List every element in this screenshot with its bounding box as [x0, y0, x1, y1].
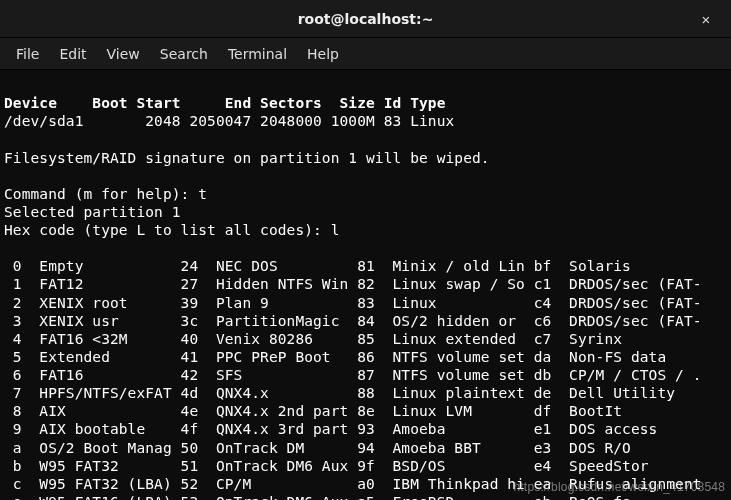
type-row: 5 Extended 41 PPC PReP Boot 86 NTFS volu… — [4, 349, 666, 365]
wipe-message: Filesystem/RAID signature on partition 1… — [4, 150, 490, 166]
type-row: 9 AIX bootable 4f QNX4.x 3rd part 93 Amo… — [4, 421, 657, 437]
titlebar: root@localhost:~ × — [0, 0, 731, 38]
menu-terminal[interactable]: Terminal — [218, 42, 297, 66]
partition-row-sda1: /dev/sda1 2048 2050047 2048000 1000M 83 … — [4, 113, 454, 129]
type-row: 1 FAT12 27 Hidden NTFS Win 82 Linux swap… — [4, 276, 702, 292]
menubar: File Edit View Search Terminal Help — [0, 38, 731, 70]
hexcode-prompt: Hex code (type L to list all codes): l — [4, 222, 340, 238]
partition-table-header: Device Boot Start End Sectors Size Id Ty… — [4, 95, 446, 111]
watermark: https://blog.csdn.net/weixin_41708548 — [513, 480, 725, 494]
type-row: a OS/2 Boot Manag 50 OnTrack DM 94 Amoeb… — [4, 440, 631, 456]
type-row: 7 HPFS/NTFS/exFAT 4d QNX4.x 88 Linux pla… — [4, 385, 675, 401]
menu-edit[interactable]: Edit — [49, 42, 96, 66]
type-row: 4 FAT16 <32M 40 Venix 80286 85 Linux ext… — [4, 331, 622, 347]
type-row: 6 FAT16 42 SFS 87 NTFS volume set db CP/… — [4, 367, 702, 383]
type-row: 8 AIX 4e QNX4.x 2nd part 8e Linux LVM df… — [4, 403, 622, 419]
menu-help[interactable]: Help — [297, 42, 349, 66]
menu-file[interactable]: File — [6, 42, 49, 66]
terminal-output[interactable]: Device Boot Start End Sectors Size Id Ty… — [0, 70, 731, 500]
close-icon[interactable]: × — [691, 0, 721, 38]
type-row: 2 XENIX root 39 Plan 9 83 Linux c4 DRDOS… — [4, 295, 702, 311]
type-row: 0 Empty 24 NEC DOS 81 Minix / old Lin bf… — [4, 258, 631, 274]
window-title: root@localhost:~ — [298, 11, 434, 27]
type-row: 3 XENIX usr 3c PartitionMagic 84 OS/2 hi… — [4, 313, 702, 329]
type-row: e W95 FAT16 (LBA) 53 OnTrack DM6 Aux a5 … — [4, 494, 631, 500]
command-prompt: Command (m for help): t — [4, 186, 207, 202]
menu-view[interactable]: View — [97, 42, 150, 66]
type-row: b W95 FAT32 51 OnTrack DM6 Aux 9f BSD/OS… — [4, 458, 649, 474]
menu-search[interactable]: Search — [150, 42, 218, 66]
selected-partition: Selected partition 1 — [4, 204, 181, 220]
